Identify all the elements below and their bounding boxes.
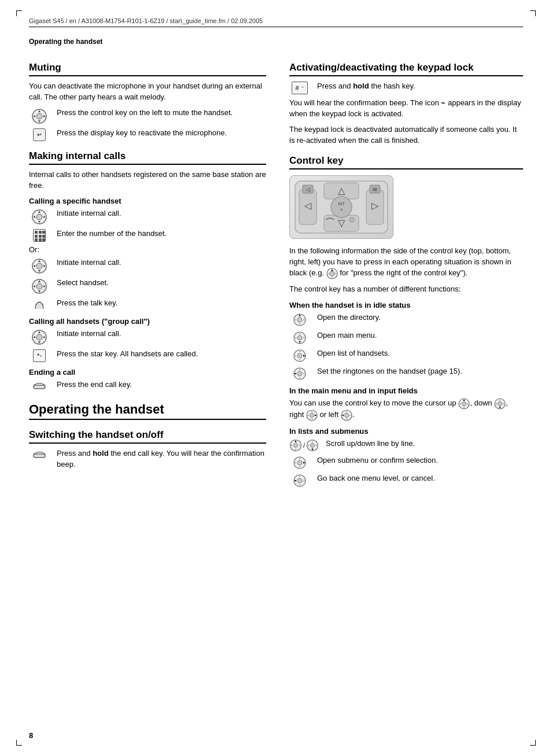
- svg-text:◁: ◁: [306, 187, 310, 193]
- svg-rect-31: [34, 454, 45, 458]
- activating-title: Activating/deactivating the keypad lock: [289, 62, 523, 76]
- page-number: 8: [29, 731, 33, 740]
- idle-status-label: When the handset is in idle status: [289, 301, 523, 309]
- main-menu-body: You can use the control key to move the …: [289, 398, 523, 421]
- hash-key-icon: # ⁻: [289, 81, 310, 94]
- ctrl-icon-lists-1: /: [289, 438, 319, 452]
- lists-item-3-text: Go back one menu level, or cancel.: [317, 473, 435, 484]
- group-item-2: *◦ Press the star key. All handsets are …: [29, 349, 266, 362]
- svg-text:◁: ◁: [304, 201, 312, 211]
- making-internal-body: Internal calls to other handsets registe…: [29, 169, 266, 191]
- muting-item-2-text: Press the display key to reactivate the …: [57, 128, 227, 138]
- svg-point-122: [297, 478, 302, 483]
- muting-body: You can deactivate the microphone in you…: [29, 81, 266, 103]
- header-text: Gigaset S45 / en / A31008-M1754-R101-1-6…: [29, 17, 263, 24]
- end-key-icon-2: [29, 448, 50, 459]
- idle-item-4-text: Set the ringtones on the handset (page 1…: [317, 366, 462, 377]
- ending-item-1: Press the end call key.: [29, 379, 266, 390]
- svg-point-50: [330, 271, 334, 276]
- display-icon-shape: ↩: [33, 128, 46, 141]
- svg-point-56: [297, 318, 302, 322]
- idle-item-3-text: Open list of handsets.: [317, 348, 390, 359]
- specific-item-3-text: Initiate internal call.: [57, 257, 121, 268]
- group-item-2-text: Press the star key. All handsets are cal…: [57, 349, 198, 359]
- svg-point-68: [297, 353, 302, 358]
- corner-bl: [16, 740, 22, 746]
- ending-label: Ending a call: [29, 368, 266, 377]
- hash-icon-shape: # ⁻: [292, 82, 308, 94]
- header: Gigaset S45 / en / A31008-M1754-R101-1-6…: [29, 17, 523, 27]
- svg-text:▷: ▷: [371, 201, 379, 211]
- svg-point-74: [297, 371, 302, 376]
- ctrl-icon-idle-2: [289, 330, 310, 345]
- control-key-body2: The control key has a number of differen…: [289, 284, 523, 295]
- svg-point-62: [297, 335, 302, 340]
- star-key-icon: *◦: [29, 349, 50, 362]
- activating-body1: You will hear the confirmation beep. The…: [289, 98, 523, 120]
- muting-item-2: ↩ Press the display key to reactivate th…: [29, 128, 266, 141]
- group-item-1: Initiate internal call.: [29, 329, 266, 345]
- control-key-title: Control key: [289, 155, 523, 169]
- switching-item-1: Press and hold the end call key. You wil…: [29, 448, 266, 469]
- ctrl-icon-2: [29, 257, 50, 274]
- svg-point-7: [36, 214, 42, 220]
- switching-title: Switching the handset on/off: [29, 429, 266, 444]
- specific-item-5-text: Press the talk key.: [57, 298, 117, 308]
- activating-body2: The keypad lock is deactivated automatic…: [289, 124, 523, 146]
- ctrl-icon-3: [29, 278, 50, 294]
- talk-key-icon: [29, 298, 50, 311]
- ctrl-icon-idle-3: [289, 348, 310, 363]
- grid-key-icon: [29, 228, 50, 242]
- svg-point-92: [310, 413, 314, 417]
- ctrl-icon-lists-3: [289, 473, 310, 488]
- control-key-icon: [29, 108, 50, 124]
- svg-point-25: [36, 334, 42, 340]
- idle-item-4: Set the ringtones on the handset (page 1…: [289, 366, 523, 381]
- svg-point-1: [36, 113, 42, 119]
- specific-item-1-text: Initiate internal call.: [57, 208, 121, 219]
- specific-item-1: Initiate internal call.: [29, 208, 266, 225]
- svg-point-110: [311, 443, 315, 447]
- idle-item-3: Open list of handsets.: [289, 348, 523, 363]
- svg-point-98: [344, 413, 348, 417]
- lists-item-3: Go back one menu level, or cancel.: [289, 473, 523, 488]
- lists-item-1: / Scroll up/down line by line.: [289, 438, 523, 452]
- corner-tr: [530, 10, 536, 16]
- hash-item-text: Press and hold the hash key.: [317, 81, 415, 91]
- svg-rect-30: [34, 385, 45, 389]
- specific-item-4: Select handset.: [29, 278, 266, 294]
- display-key-icon: ↩: [29, 128, 50, 141]
- ending-item-1-text: Press the end call key.: [57, 379, 132, 390]
- svg-point-48: [349, 217, 354, 222]
- idle-item-2: Open main menu.: [289, 330, 523, 345]
- operating-title: Operating the handset: [29, 402, 266, 420]
- end-key-icon: [29, 379, 50, 390]
- muting-item-1-text: Press the control key on the left to mut…: [57, 108, 233, 118]
- page: Gigaset S45 / en / A31008-M1754-R101-1-6…: [0, 0, 552, 756]
- svg-point-19: [36, 283, 42, 289]
- specific-item-2-text: Enter the number of the handset.: [57, 228, 167, 239]
- star-icon-shape: *◦: [33, 349, 46, 362]
- control-key-body1: In the following information the side of…: [289, 246, 523, 279]
- lists-item-2: Open submenu or confirm selection.: [289, 455, 523, 470]
- svg-text:≡: ≡: [340, 208, 343, 212]
- svg-text:INT: INT: [338, 202, 345, 206]
- svg-text:✉: ✉: [373, 187, 377, 193]
- grid-icon-shape: [33, 229, 46, 242]
- ctrl-icon-1: [29, 208, 50, 225]
- muting-title: Muting: [29, 62, 266, 76]
- idle-item-1: Open the directory.: [289, 312, 523, 327]
- right-column: Activating/deactivating the keypad lock …: [289, 53, 523, 491]
- lists-item-2-text: Open submenu or confirm selection.: [317, 455, 438, 466]
- group-call-label: Calling all handsets ("group call"): [29, 317, 266, 326]
- ctrl-icon-idle-4: [289, 366, 310, 381]
- ctrl-icon-4: [29, 329, 50, 345]
- idle-item-1-text: Open the directory.: [317, 312, 381, 323]
- lists-label: In lists and submenus: [289, 427, 523, 436]
- main-menu-label: In the main menu and in input fields: [289, 386, 523, 395]
- svg-point-86: [498, 401, 502, 405]
- switching-item-1-text: Press and hold the end call key. You wil…: [57, 448, 266, 469]
- svg-text:▽: ▽: [338, 218, 345, 228]
- svg-point-116: [297, 460, 302, 465]
- svg-point-41: [331, 197, 352, 217]
